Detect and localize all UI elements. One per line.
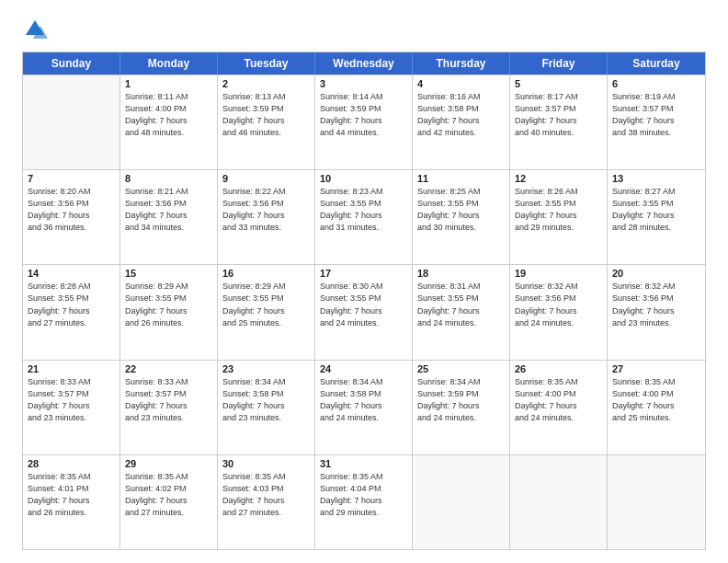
- cell-line: and 27 minutes.: [125, 507, 212, 519]
- calendar-cell: 9Sunrise: 8:22 AMSunset: 3:56 PMDaylight…: [218, 170, 315, 264]
- calendar-cell: 15Sunrise: 8:29 AMSunset: 3:55 PMDayligh…: [120, 265, 218, 359]
- day-number: 22: [125, 363, 212, 374]
- cell-line: and 24 minutes.: [417, 412, 505, 424]
- cell-line: Daylight: 7 hours: [320, 400, 407, 412]
- day-number: 6: [612, 78, 700, 89]
- cell-line: Sunset: 4:02 PM: [125, 483, 212, 495]
- day-number: 1: [125, 78, 212, 89]
- cell-line: Sunrise: 8:35 AM: [612, 376, 700, 388]
- calendar-cell: [23, 75, 120, 169]
- day-number: 2: [222, 78, 310, 89]
- header-cell-thursday: Thursday: [413, 52, 510, 75]
- calendar-row: 14Sunrise: 8:28 AMSunset: 3:55 PMDayligh…: [23, 264, 705, 359]
- day-number: 14: [28, 268, 115, 279]
- calendar-row: 1Sunrise: 8:11 AMSunset: 4:00 PMDaylight…: [23, 75, 705, 169]
- cell-line: Sunset: 3:58 PM: [417, 103, 505, 115]
- cell-line: Daylight: 7 hours: [320, 115, 407, 127]
- day-number: 10: [320, 173, 407, 184]
- cell-line: Daylight: 7 hours: [515, 305, 602, 317]
- cell-line: Sunset: 3:57 PM: [515, 103, 602, 115]
- cell-line: Daylight: 7 hours: [320, 495, 407, 507]
- cell-line: Sunrise: 8:22 AM: [222, 186, 310, 198]
- cell-line: Sunset: 3:55 PM: [417, 198, 505, 210]
- cell-line: Sunset: 3:58 PM: [320, 388, 407, 400]
- cell-line: and 23 minutes.: [125, 412, 212, 424]
- cell-line: Sunset: 4:01 PM: [28, 483, 115, 495]
- calendar-cell: 21Sunrise: 8:33 AMSunset: 3:57 PMDayligh…: [23, 361, 120, 454]
- cell-line: Daylight: 7 hours: [222, 495, 310, 507]
- header-cell-saturday: Saturday: [608, 52, 705, 75]
- cell-line: Daylight: 7 hours: [417, 400, 505, 412]
- cell-line: Sunrise: 8:33 AM: [125, 376, 212, 388]
- cell-line: Sunrise: 8:25 AM: [417, 186, 505, 198]
- cell-line: Sunrise: 8:32 AM: [515, 281, 602, 293]
- cell-line: and 34 minutes.: [125, 222, 212, 234]
- calendar-cell: 4Sunrise: 8:16 AMSunset: 3:58 PMDaylight…: [413, 75, 510, 169]
- day-number: 13: [612, 173, 700, 184]
- cell-line: Sunset: 3:56 PM: [222, 198, 310, 210]
- cell-line: Sunrise: 8:31 AM: [417, 281, 505, 293]
- cell-line: Sunset: 4:00 PM: [125, 103, 212, 115]
- day-number: 27: [612, 363, 700, 374]
- day-number: 5: [515, 78, 602, 89]
- calendar-cell: 12Sunrise: 8:26 AMSunset: 3:55 PMDayligh…: [510, 170, 608, 264]
- calendar-row: 21Sunrise: 8:33 AMSunset: 3:57 PMDayligh…: [23, 360, 705, 454]
- page: SundayMondayTuesdayWednesdayThursdayFrid…: [0, 0, 728, 563]
- calendar-cell: 3Sunrise: 8:14 AMSunset: 3:59 PMDaylight…: [315, 75, 413, 169]
- cell-line: Sunrise: 8:35 AM: [28, 471, 115, 483]
- cell-line: Sunrise: 8:16 AM: [417, 91, 505, 103]
- header: [22, 17, 706, 42]
- cell-line: Sunset: 3:58 PM: [222, 388, 310, 400]
- calendar-cell: 18Sunrise: 8:31 AMSunset: 3:55 PMDayligh…: [413, 265, 510, 359]
- cell-line: Daylight: 7 hours: [125, 115, 212, 127]
- day-number: 30: [222, 458, 310, 469]
- day-number: 25: [417, 363, 505, 374]
- cell-line: and 25 minutes.: [612, 412, 700, 424]
- day-number: 16: [222, 268, 310, 279]
- header-cell-monday: Monday: [120, 52, 218, 75]
- cell-line: and 29 minutes.: [515, 222, 602, 234]
- cell-line: Sunset: 3:55 PM: [320, 198, 407, 210]
- cell-line: Daylight: 7 hours: [612, 305, 700, 317]
- cell-line: Sunrise: 8:17 AM: [515, 91, 602, 103]
- cell-line: Daylight: 7 hours: [222, 115, 310, 127]
- calendar-cell: 31Sunrise: 8:35 AMSunset: 4:04 PMDayligh…: [315, 455, 413, 549]
- cell-line: Daylight: 7 hours: [28, 495, 115, 507]
- cell-line: Daylight: 7 hours: [515, 210, 602, 222]
- calendar-cell: 30Sunrise: 8:35 AMSunset: 4:03 PMDayligh…: [218, 455, 315, 549]
- calendar-cell: 14Sunrise: 8:28 AMSunset: 3:55 PMDayligh…: [23, 265, 120, 359]
- calendar-cell: 16Sunrise: 8:29 AMSunset: 3:55 PMDayligh…: [218, 265, 315, 359]
- cell-line: Sunset: 3:55 PM: [612, 198, 700, 210]
- day-number: 24: [320, 363, 407, 374]
- cell-line: and 23 minutes.: [222, 412, 310, 424]
- cell-line: Sunset: 3:55 PM: [222, 293, 310, 304]
- day-number: 20: [612, 268, 700, 279]
- cell-line: Sunset: 3:57 PM: [612, 103, 700, 115]
- cell-line: Sunrise: 8:34 AM: [417, 376, 505, 388]
- calendar-cell: [413, 455, 510, 549]
- cell-line: Sunset: 3:56 PM: [612, 293, 700, 304]
- cell-line: Sunrise: 8:11 AM: [125, 91, 212, 103]
- cell-line: Sunset: 3:55 PM: [125, 293, 212, 304]
- calendar-cell: 27Sunrise: 8:35 AMSunset: 4:00 PMDayligh…: [608, 361, 705, 454]
- calendar-cell: 1Sunrise: 8:11 AMSunset: 4:00 PMDaylight…: [120, 75, 218, 169]
- cell-line: Sunrise: 8:34 AM: [222, 376, 310, 388]
- day-number: 23: [222, 363, 310, 374]
- cell-line: and 33 minutes.: [222, 222, 310, 234]
- day-number: 29: [125, 458, 212, 469]
- cell-line: Sunrise: 8:23 AM: [320, 186, 407, 198]
- cell-line: Daylight: 7 hours: [612, 115, 700, 127]
- cell-line: Daylight: 7 hours: [125, 305, 212, 317]
- cell-line: Sunrise: 8:34 AM: [320, 376, 407, 388]
- calendar-cell: 25Sunrise: 8:34 AMSunset: 3:59 PMDayligh…: [413, 361, 510, 454]
- calendar-cell: 22Sunrise: 8:33 AMSunset: 3:57 PMDayligh…: [120, 361, 218, 454]
- cell-line: Daylight: 7 hours: [515, 115, 602, 127]
- header-cell-tuesday: Tuesday: [218, 52, 315, 75]
- calendar-cell: 10Sunrise: 8:23 AMSunset: 3:55 PMDayligh…: [315, 170, 413, 264]
- header-cell-friday: Friday: [510, 52, 608, 75]
- cell-line: Sunrise: 8:29 AM: [125, 281, 212, 293]
- cell-line: Sunrise: 8:13 AM: [222, 91, 310, 103]
- cell-line: Sunset: 4:04 PM: [320, 483, 407, 495]
- cell-line: Sunset: 3:56 PM: [28, 198, 115, 210]
- cell-line: and 48 minutes.: [125, 127, 212, 139]
